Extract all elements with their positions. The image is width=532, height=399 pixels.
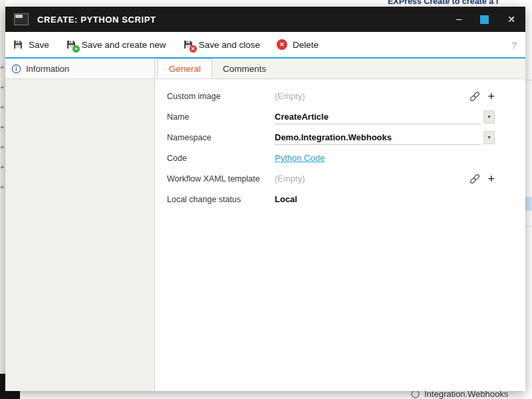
field-label: Workflow XAML template [167,174,275,184]
toolbar-buttons: Save+Save and create new✕Save and close✕… [12,39,319,51]
form-field-row-namespace: NamespaceDemo.Integration.Webhooks▾ [167,127,495,148]
background-selected-row-sliver [525,197,532,211]
toolbar-button-label: Delete [293,40,319,50]
form: Custom image(Empty)+NameCreateArticle▾Na… [155,79,525,209]
info-icon [11,64,21,74]
window-controls: – ✕ [456,15,515,25]
toolbar: Save+Save and create new✕Save and close✕… [5,32,525,59]
field-link-python-code[interactable]: Python Code [275,153,325,163]
title-bar: CREATE: PYTHON SCRIPT – ✕ [5,7,525,32]
dialog-title: CREATE: PYTHON SCRIPT [37,15,448,25]
tab-strip: GeneralComments [155,59,525,79]
tab-comments[interactable]: Comments [212,59,277,78]
field-value: Demo.Integration.Webhooks [275,132,392,142]
save-and-close-icon: ✕ [182,39,194,51]
field-value: (Empty) [275,174,305,184]
background-left-panel [0,0,5,399]
background-row-line [525,226,532,227]
link-icon[interactable] [468,90,481,103]
save-button[interactable]: Save [12,39,49,51]
delete-icon: ✕ [276,39,288,51]
field-value-zone: Python Code [275,151,495,166]
form-field-row-custom-image: Custom image(Empty)+ [167,86,495,106]
close-button[interactable]: ✕ [507,15,515,24]
save-icon [12,39,24,51]
field-input-name[interactable]: CreateArticle [275,109,481,124]
field-value: CreateArticle [275,112,329,122]
field-controls: + [468,90,495,103]
field-label: Custom image [167,92,275,101]
sidebar-section-information[interactable]: Information [5,59,154,79]
minimize-button[interactable]: – [456,13,462,23]
dropdown-button[interactable]: ▾ [483,131,495,144]
save-and-create-new-button[interactable]: +Save and create new [65,39,166,51]
background-hint-text: EXPress Create to create a f [388,0,499,6]
add-button[interactable]: + [487,90,495,102]
save-and-create-new-icon: + [65,39,77,51]
field-value: Local [275,194,297,204]
background-row-line [525,80,532,80]
content-panel: GeneralComments Custom image(Empty)+Name… [155,59,525,391]
sidebar-body [5,79,154,391]
field-value-zone: Local [275,192,495,207]
toolbar-button-label: Save and close [199,40,260,50]
toolbar-button-label: Save [29,40,49,50]
field-value-zone: (Empty) [275,89,466,104]
field-input-namespace[interactable]: Demo.Integration.Webhooks [275,130,481,145]
add-button[interactable]: + [487,173,495,185]
tab-general[interactable]: General [158,59,212,78]
dropdown-button[interactable]: ▾ [483,110,495,124]
dialog-body: Information GeneralComments Custom image… [5,59,525,391]
field-label: Code [167,154,275,163]
field-controls: ▾ [483,131,495,144]
field-label: Namespace [167,133,275,142]
sidebar: Information [5,59,155,391]
link-icon[interactable] [468,172,481,186]
form-field-row-workflow-xaml-template: Workflow XAML template(Empty)+ [167,168,495,189]
sidebar-section-label: Information [26,64,69,74]
create-python-script-dialog: CREATE: PYTHON SCRIPT – ✕ Save+Save and … [5,7,525,391]
field-controls: ▾ [483,110,495,124]
field-controls: + [468,172,495,186]
field-label: Local change status [167,195,275,204]
toolbar-button-label: Save and create new [82,40,166,50]
field-label: Name [167,112,275,122]
form-field-row-name: NameCreateArticle▾ [167,106,495,127]
field-value-zone: (Empty) [275,172,466,186]
field-value: (Empty) [275,91,305,101]
app-window-icon [14,13,29,25]
screen: { "window": { "title": "CREATE: PYTHON S… [0,0,532,399]
form-field-row-local-change-status: Local change statusLocal [167,189,495,209]
save-and-close-button[interactable]: ✕Save and close [182,39,260,51]
help-icon[interactable]: ? [511,39,519,51]
maximize-button[interactable] [480,15,489,24]
delete-button[interactable]: ✕Delete [276,39,319,51]
form-field-row-code: CodePython Code [167,148,495,168]
